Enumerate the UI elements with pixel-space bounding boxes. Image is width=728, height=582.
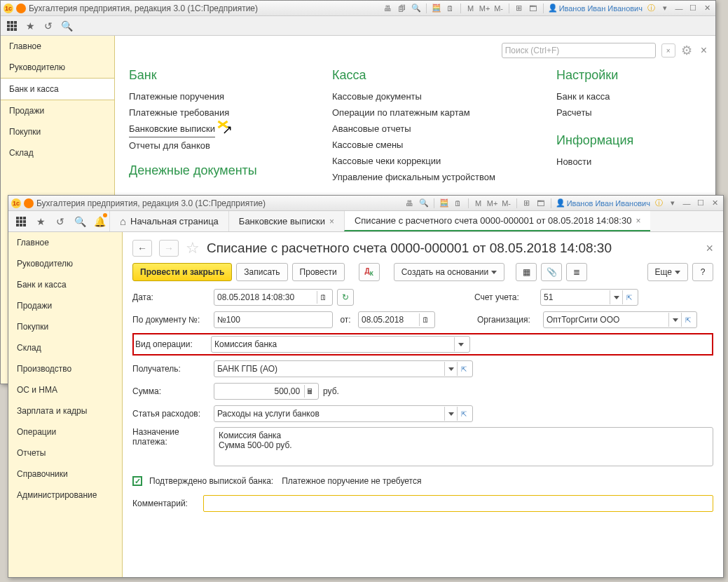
eshe-button[interactable]: Еще — [647, 263, 688, 281]
nav-link[interactable]: Платежные требования — [129, 104, 318, 121]
sidebar-item[interactable]: Покупки — [1, 121, 114, 142]
tab-bank-statements[interactable]: Банковские выписки× — [228, 211, 344, 231]
sidebar-item-active[interactable]: Банк и касса — [1, 78, 114, 100]
sidebar-item[interactable]: Склад — [8, 337, 122, 358]
nav-link-highlighted[interactable]: Банковские выписки — [129, 121, 215, 137]
history-icon[interactable]: ↺ — [41, 19, 55, 33]
nav-link[interactable]: Расчеты — [556, 104, 696, 121]
toolbar-icon[interactable]: 🖶 — [404, 198, 415, 209]
nav-link[interactable]: Банк и касса — [556, 88, 696, 104]
sidebar-item[interactable]: Склад — [1, 142, 114, 163]
toolbar-icon[interactable]: ⊞ — [521, 198, 533, 209]
star-icon[interactable]: ★ — [31, 211, 50, 231]
dropdown-icon[interactable] — [444, 407, 457, 421]
info-icon[interactable]: ⓘ — [645, 3, 657, 14]
close-icon[interactable]: ✕ — [701, 3, 713, 14]
minimize-icon[interactable]: — — [673, 3, 685, 14]
calc-icon[interactable]: 🖩 — [304, 385, 315, 398]
input-data[interactable]: 08.05.2018 14:08:30 🗓 — [214, 289, 333, 306]
checkbox-confirmed[interactable]: ✓ — [132, 476, 142, 486]
tab-home[interactable]: ⌂Начальная страница — [109, 211, 228, 231]
sidebar-item[interactable]: Руководителю — [8, 253, 122, 274]
maximize-icon[interactable]: ☐ — [695, 198, 706, 209]
nav-link[interactable]: Управление фискальным устройством — [332, 169, 542, 185]
clear-search-button[interactable]: × — [661, 43, 675, 57]
toolbar-icon[interactable]: 🗔 — [535, 198, 547, 209]
open-icon[interactable]: ⇱ — [681, 313, 694, 327]
sidebar-item[interactable]: Банк и касса — [8, 274, 122, 295]
input-org[interactable]: ОптТоргСити ООО ⇱ — [543, 311, 697, 328]
nav-link[interactable]: Кассовые документы — [332, 88, 542, 104]
toolbar-icon[interactable]: 🗔 — [528, 3, 539, 14]
sidebar-item[interactable]: Зарплата и кадры — [8, 400, 122, 421]
sidebar-item[interactable]: Главное — [1, 36, 114, 57]
sidebar-item[interactable]: Отчеты — [8, 442, 122, 463]
close-doc-icon[interactable]: × — [706, 241, 713, 256]
gear-icon[interactable]: ⚙ — [681, 43, 692, 58]
input-schet[interactable]: 51 ⇱ — [540, 289, 638, 306]
structure-button[interactable]: ▦ — [516, 263, 537, 281]
sidebar-item[interactable]: Продажи — [1, 100, 114, 121]
nav-link[interactable]: Операции по платежным картам — [332, 104, 542, 121]
sidebar-item[interactable]: Покупки — [8, 316, 122, 337]
toolbar-icon[interactable]: 🗐 — [397, 3, 408, 14]
open-icon[interactable]: ⇱ — [622, 290, 635, 304]
provesti-button[interactable]: Провести — [292, 263, 345, 281]
menu-icon[interactable] — [24, 198, 34, 208]
close-panel-icon[interactable]: × — [701, 44, 707, 57]
sidebar-item[interactable]: Руководителю — [1, 57, 114, 78]
input-docno[interactable]: №100 — [214, 311, 333, 328]
nav-link[interactable]: Кассовые смены — [332, 137, 542, 153]
star-icon[interactable]: ★ — [23, 19, 37, 33]
maximize-icon[interactable]: ☐ — [687, 3, 699, 14]
toolbar-icon[interactable]: 🔍 — [418, 198, 430, 209]
tab-document[interactable]: Списание с расчетного счета 0000-000001 … — [344, 211, 650, 231]
sidebar-item[interactable]: Справочники — [8, 463, 122, 485]
textarea-nazna[interactable]: Комиссия банка Сумма 500-00 руб. — [214, 427, 713, 466]
nav-link[interactable]: Новости — [556, 154, 696, 170]
toolbar-m-icon[interactable]: M — [473, 198, 484, 209]
toolbar-icon[interactable]: 🧮 — [439, 198, 450, 209]
attach-button[interactable]: 📎 — [541, 263, 562, 281]
user-label[interactable]: 👤 Иванов Иван Иванович — [556, 198, 650, 208]
close-icon[interactable]: ✕ — [709, 198, 720, 209]
toolbar-icon[interactable]: 🖶 — [383, 3, 394, 14]
nav-link[interactable]: Авансовые отчеты — [332, 121, 542, 137]
search-input[interactable]: Поиск (Ctrl+F) — [502, 43, 656, 58]
favorite-icon[interactable]: ☆ — [186, 239, 200, 257]
calendar-icon[interactable]: 🗓 — [317, 291, 329, 304]
sidebar-item[interactable]: Продажи — [8, 295, 122, 316]
dk-button[interactable]: ДК — [359, 263, 380, 281]
dropdown-icon[interactable]: ▾ — [667, 198, 678, 209]
info-icon[interactable]: ⓘ — [653, 198, 664, 209]
apps-icon[interactable] — [5, 19, 19, 33]
apps-icon[interactable] — [11, 211, 31, 231]
list-button[interactable]: ≣ — [566, 263, 587, 281]
input-poluch[interactable]: БАНК ГПБ (АО) ⇱ — [214, 360, 473, 377]
toolbar-icon[interactable]: 🔍 — [411, 3, 422, 14]
sidebar-item[interactable]: ОС и НМА — [8, 379, 122, 400]
help-button[interactable]: ? — [692, 263, 713, 281]
sidebar-item[interactable]: Производство — [8, 358, 122, 379]
toolbar-icon[interactable]: ⊞ — [514, 3, 525, 14]
open-icon[interactable]: ⇱ — [457, 362, 469, 376]
toolbar-mminus-icon[interactable]: M- — [501, 198, 512, 209]
input-vid-op[interactable]: Комиссия банка — [211, 336, 470, 353]
sozdat-button[interactable]: Создать на основании — [394, 263, 505, 281]
search-icon[interactable]: 🔍 — [70, 211, 90, 231]
bell-icon[interactable]: 🔔 — [90, 211, 109, 231]
zapisat-button[interactable]: Записать — [236, 263, 287, 281]
input-summa[interactable]: 500,00 🖩 — [214, 383, 319, 400]
minimize-icon[interactable]: — — [681, 198, 692, 209]
nav-forward-button[interactable]: → — [159, 240, 179, 257]
input-ot-date[interactable]: 08.05.2018 🗓 — [358, 311, 435, 328]
dropdown-icon[interactable] — [610, 290, 622, 304]
toolbar-mplus-icon[interactable]: M+ — [479, 3, 490, 14]
toolbar-m-icon[interactable]: M — [465, 3, 476, 14]
history-icon[interactable]: ↺ — [50, 211, 70, 231]
dropdown-icon[interactable] — [668, 313, 681, 327]
nav-back-button[interactable]: ← — [132, 240, 152, 257]
toolbar-icon[interactable]: 🗓 — [445, 3, 456, 14]
refresh-button[interactable]: ↻ — [337, 289, 354, 306]
user-label[interactable]: 👤 Иванов Иван Иванович — [548, 4, 643, 13]
